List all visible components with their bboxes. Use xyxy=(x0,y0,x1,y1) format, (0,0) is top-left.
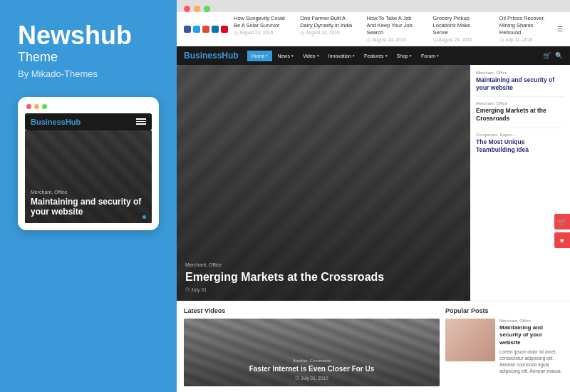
popular-posts-label: Popular Posts xyxy=(445,307,563,314)
hs-title-3: The Most Unique Teambuilding Idea xyxy=(476,138,564,154)
nav-item-home[interactable]: Home▾ xyxy=(247,51,273,61)
menu-icon[interactable]: ☰ xyxy=(557,26,563,33)
nav-item-shop[interactable]: Shop▾ xyxy=(393,51,416,61)
mobile-logo: BusinessHub xyxy=(31,118,81,126)
hs-title-1: Maintaining and security of your website xyxy=(476,76,564,92)
news-ticker: How Sungevity Could Be A Solar Survivor … xyxy=(177,12,570,46)
video-card[interactable]: Another, Commerce Faster Internet is Eve… xyxy=(184,319,440,386)
mobile-dot-yellow xyxy=(34,104,39,109)
cart-icon[interactable]: 🛒 xyxy=(543,52,551,59)
mobile-mockup: BusinessHub Merchant, Office Maintaining… xyxy=(18,97,159,230)
bottom-right: Popular Posts Merchant, Office Maintaini… xyxy=(445,307,563,386)
popular-card[interactable]: Merchant, Office Maintaining and securit… xyxy=(445,319,563,375)
hero-sidebar-item-2[interactable]: Merchant, Office Emerging Markets at the… xyxy=(476,101,564,128)
ticker-title-4: Grocery Pickup Locations Make Sense xyxy=(433,15,485,36)
browser-dot-yellow xyxy=(194,6,200,12)
video-title: Faster Internet is Even Closer For Us xyxy=(190,365,434,373)
video-date: July 01, 2016 xyxy=(190,375,434,381)
video-text: Another, Commerce Faster Internet is Eve… xyxy=(184,353,440,386)
ticker-title-5: Oil Prices Recover. Mining Shares Reboun… xyxy=(499,15,551,36)
popular-text: Merchant, Office Maintaining and securit… xyxy=(499,319,563,375)
popular-tag: Merchant, Office xyxy=(499,319,563,323)
hero-sidebar-item-3[interactable]: Companies, Export... The Most Unique Tea… xyxy=(476,133,564,158)
ticker-title-2: One Farmer Built A Dairy Dynasty in Indi… xyxy=(300,15,352,29)
hs-tag-3: Companies, Export... xyxy=(476,133,564,137)
hero-sidebar: Merchant, Office Maintaining and securit… xyxy=(470,65,570,301)
hs-title-2: Emerging Markets at the Crossroads xyxy=(476,107,564,123)
mobile-dot-red xyxy=(26,104,31,109)
floating-cart-button[interactable]: 🛒 xyxy=(554,214,570,229)
mobile-hero-title: Maintaining and security of your website xyxy=(31,197,146,217)
brand-by: By Mikado-Themes xyxy=(18,68,159,79)
popular-img-bg xyxy=(445,319,495,361)
video-tag: Another, Commerce xyxy=(190,359,434,363)
linkedin-icon[interactable] xyxy=(212,26,219,33)
nav-item-news[interactable]: News▾ xyxy=(273,51,298,61)
ticker-title-1: How Sungevity Could Be A Solar Survivor xyxy=(234,15,286,29)
social-icons xyxy=(184,26,228,33)
nav-item-forum[interactable]: Forum▾ xyxy=(417,51,443,61)
mobile-hero-tag: Merchant, Office xyxy=(31,190,146,195)
brand-subtitle: Theme xyxy=(18,50,159,65)
nav-right: 🛒 🔍 xyxy=(543,52,563,59)
main-nav: BusinessHub Home▾ News▾ Video▾ Innovatio… xyxy=(177,46,570,65)
ticker-item-3: How To Take A Job And Keep Your Job Sear… xyxy=(366,15,418,43)
mobile-hero: Merchant, Office Maintaining and securit… xyxy=(25,130,152,223)
nav-items: Home▾ News▾ Video▾ Innovation▾ Features▾… xyxy=(247,51,543,61)
popular-title: Maintaining and security of your website xyxy=(499,324,563,346)
mobile-top-bar xyxy=(25,104,152,109)
left-panel: Newshub Theme By Mikado-Themes BusinessH… xyxy=(0,0,177,392)
nav-item-video[interactable]: Video▾ xyxy=(299,51,323,61)
bottom-section: Latest Videos Another, Commerce Faster I… xyxy=(177,301,570,392)
ticker-date-5: July 12, 2016 xyxy=(499,36,551,43)
browser-panel: How Sungevity Could Be A Solar Survivor … xyxy=(177,0,570,392)
hs-tag-2: Merchant, Office xyxy=(476,101,564,105)
ticker-date-4: August 24, 2016 xyxy=(433,36,485,43)
mobile-dots xyxy=(26,104,47,109)
browser-dot-green xyxy=(204,6,210,12)
ticker-item-2: One Farmer Built A Dairy Dynasty in Indi… xyxy=(300,15,352,43)
ticker-item-5: Oil Prices Recover. Mining Shares Reboun… xyxy=(499,15,551,43)
google-icon[interactable] xyxy=(202,26,209,33)
facebook-icon[interactable] xyxy=(184,26,191,33)
popular-desc: Lorem ipsum dolor sit amet, consectetur … xyxy=(499,349,563,374)
browser-dots xyxy=(184,6,210,12)
ticker-item-4: Grocery Pickup Locations Make Sense Augu… xyxy=(433,15,485,43)
browser-content: How Sungevity Could Be A Solar Survivor … xyxy=(177,12,570,392)
bottom-left: Latest Videos Another, Commerce Faster I… xyxy=(184,307,440,386)
popular-img xyxy=(445,319,495,361)
brand-title: Newshub xyxy=(18,21,159,50)
latest-videos-label: Latest Videos xyxy=(184,307,440,314)
ticker-item-1: How Sungevity Could Be A Solar Survivor … xyxy=(234,15,286,43)
hero-sidebar-item-1[interactable]: Merchant, Office Maintaining and securit… xyxy=(476,71,564,97)
mobile-hamburger-icon[interactable] xyxy=(136,118,146,125)
pinterest-icon[interactable] xyxy=(221,26,228,33)
nav-logo: BusinessHub xyxy=(184,51,239,61)
hero-text: Merchant, Office Emerging Markets at the… xyxy=(177,254,470,301)
twitter-icon[interactable] xyxy=(193,26,200,33)
mobile-nav-bar: BusinessHub xyxy=(25,113,152,130)
hero-title: Emerging Markets at the Crossroads xyxy=(185,270,462,284)
browser-chrome xyxy=(177,0,570,12)
hs-tag-1: Merchant, Office xyxy=(476,71,564,75)
nav-item-features[interactable]: Features▾ xyxy=(360,51,392,61)
mobile-dot-green xyxy=(42,104,47,109)
floating-cart-area: 🛒 ♥ xyxy=(554,214,570,248)
ticker-date-2: August 24, 2016 xyxy=(300,30,352,36)
browser-dot-red xyxy=(184,6,190,12)
main-content: Merchant, Office Emerging Markets at the… xyxy=(177,65,570,301)
search-icon[interactable]: 🔍 xyxy=(555,52,563,59)
hero-area: Merchant, Office Emerging Markets at the… xyxy=(177,65,470,301)
mobile-hero-content: Merchant, Office Maintaining and securit… xyxy=(31,190,146,217)
hero-tag: Merchant, Office xyxy=(185,262,462,267)
floating-wishlist-button[interactable]: ♥ xyxy=(554,232,570,248)
ticker-items: How Sungevity Could Be A Solar Survivor … xyxy=(234,15,551,43)
ticker-date-3: August 24, 2016 xyxy=(366,36,418,43)
nav-item-innovation[interactable]: Innovation▾ xyxy=(324,51,359,61)
ticker-date-1: August 24, 2016 xyxy=(234,30,286,36)
hero-date: July 01 xyxy=(185,287,462,292)
ticker-title-3: How To Take A Job And Keep Your Job Sear… xyxy=(366,15,418,36)
